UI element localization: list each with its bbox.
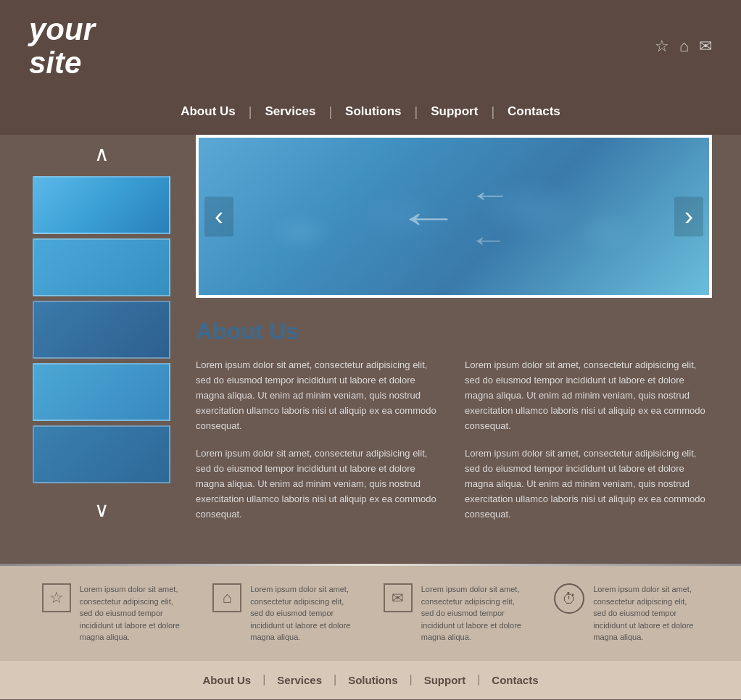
- footer-block-star-text: Lorem ipsum dolor sit amet, consectetur …: [80, 583, 187, 643]
- envelope-icon-box: ✉: [384, 583, 413, 612]
- footer-clock-icon: ⏱: [562, 591, 576, 607]
- nav-item-about[interactable]: About Us: [167, 101, 249, 122]
- about-para-2-left: Lorem ipsum dolor sit amet, consectetur …: [196, 446, 443, 522]
- footer-block-envelope-text: Lorem ipsum dolor sit amet, consectetur …: [421, 583, 529, 643]
- about-para-2-right: Lorem ipsum dolor sit amet, consectetur …: [465, 446, 712, 522]
- logo: your site: [29, 13, 95, 80]
- bottom-nav-services[interactable]: Services: [265, 671, 334, 689]
- header-icons: ☆ ⌂ ✉: [655, 37, 712, 56]
- footer-block-clock-text: Lorem ipsum dolor sit amet, consectetur …: [593, 583, 699, 643]
- about-columns: Lorem ipsum dolor sit amet, consectetur …: [196, 358, 712, 535]
- sidebar-up-arrow[interactable]: ∧: [87, 135, 117, 173]
- star-icon-box: ☆: [42, 583, 71, 612]
- footer-icons-section: ☆ Lorem ipsum dolor sit amet, consectetu…: [0, 566, 741, 661]
- sidebar-thumb-1[interactable]: [33, 176, 170, 234]
- footer-block-envelope: ✉ Lorem ipsum dolor sit amet, consectetu…: [384, 583, 529, 643]
- main-wrapper: ∧ ∨ ← ← ← ‹ ›: [0, 135, 741, 564]
- deco-arrow-2: ←: [468, 180, 512, 210]
- envelope-icon[interactable]: ✉: [699, 37, 712, 56]
- home-icon[interactable]: ⌂: [679, 37, 689, 56]
- header: your site ☆ ⌂ ✉: [0, 0, 741, 93]
- nav-bar: About Us | Services | Solutions | Suppor…: [0, 93, 741, 135]
- bottom-nav-contacts[interactable]: Contacts: [480, 671, 550, 689]
- deco-arrow-3: ←: [468, 226, 512, 254]
- clock-icon-box: ⏱: [554, 583, 584, 614]
- bottom-nav-support[interactable]: Support: [413, 671, 478, 689]
- nav-item-contacts[interactable]: Contacts: [494, 101, 574, 122]
- nav-item-support[interactable]: Support: [418, 101, 491, 122]
- image-slider: ← ← ← ‹ ›: [196, 135, 712, 298]
- footer-home-icon: ⌂: [223, 588, 232, 607]
- footer-block-home-text: Lorem ipsum dolor sit amet, consectetur …: [250, 583, 357, 643]
- slider-prev-button[interactable]: ‹: [204, 196, 233, 236]
- logo-line2: site: [29, 46, 95, 80]
- footer-star-icon: ☆: [49, 588, 64, 607]
- about-para-1-left: Lorem ipsum dolor sit amet, consectetur …: [196, 358, 443, 433]
- footer-block-star: ☆ Lorem ipsum dolor sit amet, consectetu…: [42, 583, 187, 643]
- sidebar-thumb-2[interactable]: [33, 238, 170, 296]
- bottom-nav-solutions[interactable]: Solutions: [336, 671, 409, 689]
- about-col-left: Lorem ipsum dolor sit amet, consectetur …: [196, 358, 443, 535]
- footer-block-clock: ⏱ Lorem ipsum dolor sit amet, consectetu…: [554, 583, 699, 643]
- sidebar-thumb-3[interactable]: [33, 301, 170, 359]
- about-col-right: Lorem ipsum dolor sit amet, consectetur …: [465, 358, 712, 535]
- sidebar: ∧ ∨: [29, 135, 174, 535]
- nav-item-solutions[interactable]: Solutions: [332, 101, 414, 122]
- footer-envelope-icon: ✉: [392, 589, 404, 607]
- slider-background: ← ← ←: [199, 138, 709, 295]
- footer-block-home: ⌂ Lorem ipsum dolor sit amet, consectetu…: [212, 583, 357, 643]
- logo-line1: your: [29, 13, 95, 46]
- content-area: ← ← ← ‹ › About Us Lorem ipsum dolor sit…: [196, 135, 712, 535]
- sidebar-thumb-4[interactable]: [33, 363, 170, 421]
- sidebar-thumb-5[interactable]: [33, 425, 170, 483]
- sidebar-down-arrow[interactable]: ∨: [87, 491, 117, 529]
- about-title: About Us: [196, 318, 712, 345]
- deco-arrow-1: ←: [396, 193, 461, 239]
- nav-item-services[interactable]: Services: [252, 101, 328, 122]
- about-para-1-right: Lorem ipsum dolor sit amet, consectetur …: [465, 358, 712, 433]
- slider-next-button[interactable]: ›: [674, 196, 703, 236]
- star-icon[interactable]: ☆: [655, 37, 669, 56]
- about-section: About Us Lorem ipsum dolor sit amet, con…: [196, 318, 712, 535]
- home-icon-box: ⌂: [212, 583, 241, 612]
- bottom-nav: About Us | Services | Solutions | Suppor…: [0, 661, 741, 699]
- bottom-nav-about[interactable]: About Us: [191, 671, 262, 689]
